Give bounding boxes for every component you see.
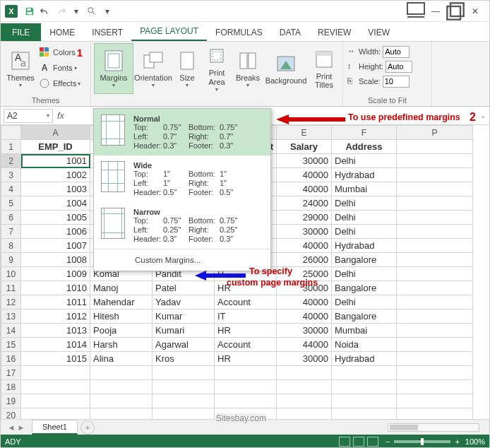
tab-insert[interactable]: INSERT xyxy=(83,23,131,41)
row-header[interactable]: 3 xyxy=(1,168,21,182)
cell[interactable]: 1001 xyxy=(21,154,90,168)
cell[interactable] xyxy=(332,408,397,420)
fonts-button[interactable]: AFonts▾ xyxy=(37,60,84,76)
cell[interactable] xyxy=(397,168,473,182)
colors-button[interactable]: Colors1 xyxy=(37,45,84,60)
cell[interactable]: Mahendar xyxy=(90,295,153,310)
row-header[interactable]: 20 xyxy=(1,408,21,420)
margins-button[interactable]: Margins▾ xyxy=(94,43,133,94)
row-header[interactable]: 15 xyxy=(1,338,21,352)
cell[interactable]: 1004 xyxy=(21,196,90,211)
cell[interactable] xyxy=(397,140,473,154)
redo-icon[interactable] xyxy=(53,4,68,19)
cell[interactable] xyxy=(215,366,277,380)
scale-input[interactable] xyxy=(383,76,410,88)
cell[interactable]: 30000 xyxy=(277,225,332,239)
cell[interactable] xyxy=(153,394,215,408)
cell[interactable] xyxy=(397,366,473,380)
cell[interactable] xyxy=(153,366,215,380)
cell[interactable] xyxy=(21,380,90,394)
themes-button[interactable]: Aa Themes ▾ xyxy=(4,43,37,94)
cell[interactable]: Kumar xyxy=(153,310,215,324)
view-buttons[interactable] xyxy=(339,437,378,447)
cell[interactable] xyxy=(21,366,90,380)
row-header[interactable]: 14 xyxy=(1,324,21,338)
cell[interactable] xyxy=(397,225,473,239)
cell[interactable]: 24000 xyxy=(277,196,332,211)
row-header[interactable]: 10 xyxy=(1,267,21,281)
row-header[interactable]: 2 xyxy=(1,154,21,168)
cell[interactable] xyxy=(397,408,473,420)
cell[interactable] xyxy=(90,394,153,408)
zoom-level[interactable]: 100% xyxy=(465,437,485,446)
cell[interactable]: 1008 xyxy=(21,253,90,267)
cell[interactable]: Account xyxy=(215,295,277,310)
cell[interactable] xyxy=(90,366,153,380)
minimize-icon[interactable]: — xyxy=(426,4,446,19)
cell[interactable]: 40000 xyxy=(277,168,332,182)
cell[interactable]: 1006 xyxy=(21,225,90,239)
row-header[interactable]: 4 xyxy=(1,182,21,196)
row-header[interactable]: 7 xyxy=(1,225,21,239)
touch-mode-icon[interactable] xyxy=(84,4,100,19)
cell[interactable]: 40000 xyxy=(277,310,332,324)
save-icon[interactable] xyxy=(22,4,37,19)
margins-wide[interactable]: Wide Top:1"Bottom:1" Left:1"Right:1" Hea… xyxy=(94,155,270,202)
row-header[interactable]: 17 xyxy=(1,366,21,380)
cell[interactable]: Salary xyxy=(277,140,332,154)
print-area-button[interactable]: Print Area▾ xyxy=(201,43,232,94)
tab-file[interactable]: FILE xyxy=(1,23,41,41)
cell[interactable]: Yadav xyxy=(153,295,215,310)
cell[interactable] xyxy=(397,380,473,394)
cell[interactable] xyxy=(397,211,473,225)
cell[interactable] xyxy=(397,310,473,324)
cell[interactable]: Pooja xyxy=(90,324,153,338)
cell[interactable]: 26000 xyxy=(277,253,332,267)
cell[interactable]: Address xyxy=(332,140,397,154)
zoom-in-icon[interactable]: + xyxy=(455,437,459,446)
tab-page-layout[interactable]: PAGE LAYOUT xyxy=(131,22,207,41)
cell[interactable] xyxy=(21,408,90,420)
cell[interactable]: Agarwal xyxy=(153,338,215,352)
cell[interactable] xyxy=(215,380,277,394)
height-input[interactable] xyxy=(386,61,412,73)
row-header[interactable]: 19 xyxy=(1,394,21,408)
col-header[interactable]: A xyxy=(21,126,90,140)
cell[interactable] xyxy=(90,408,153,420)
cell[interactable] xyxy=(397,281,473,295)
tab-view[interactable]: VIEW xyxy=(359,23,398,41)
cell[interactable]: Harsh xyxy=(90,338,153,352)
cell[interactable]: 30000 xyxy=(277,324,332,338)
cell[interactable]: Mumbai xyxy=(332,324,397,338)
zoom-slider[interactable] xyxy=(394,440,450,443)
page-layout-view-icon[interactable] xyxy=(353,437,364,447)
col-header[interactable]: E xyxy=(277,126,332,140)
cell[interactable]: Hydrabad xyxy=(332,352,397,366)
row-header[interactable]: 6 xyxy=(1,211,21,225)
cell[interactable]: IT xyxy=(215,310,277,324)
tab-review[interactable]: REVIEW xyxy=(309,23,359,41)
cell[interactable]: Patel xyxy=(153,281,215,295)
height-row[interactable]: ↕Height: xyxy=(347,59,427,73)
cell[interactable]: Delhi xyxy=(332,154,397,168)
cell[interactable] xyxy=(277,408,332,420)
cell[interactable]: Bangalore xyxy=(332,281,397,295)
cell[interactable]: 40000 xyxy=(277,239,332,253)
add-sheet-button[interactable]: + xyxy=(80,420,95,435)
cell[interactable]: Kros xyxy=(153,352,215,366)
cell[interactable] xyxy=(277,366,332,380)
background-button[interactable]: Background xyxy=(263,43,309,94)
row-header[interactable]: 1 xyxy=(1,140,21,154)
cell[interactable]: 1011 xyxy=(21,295,90,310)
cell[interactable]: 1013 xyxy=(21,324,90,338)
cell[interactable] xyxy=(21,394,90,408)
cell[interactable] xyxy=(153,408,215,420)
cell[interactable]: Delhi xyxy=(332,196,397,211)
cell[interactable] xyxy=(153,380,215,394)
row-header[interactable]: 16 xyxy=(1,352,21,366)
size-button[interactable]: Size▾ xyxy=(173,43,201,94)
width-input[interactable] xyxy=(383,46,410,58)
cell[interactable]: Mumbai xyxy=(332,182,397,196)
fx-icon[interactable]: fx xyxy=(53,110,68,121)
cell[interactable]: Delhi xyxy=(332,211,397,225)
